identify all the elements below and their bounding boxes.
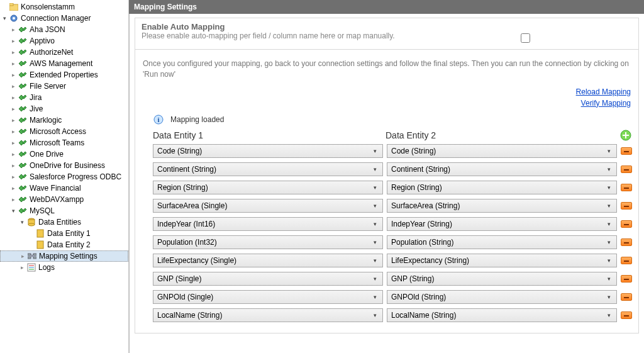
remove-mapping-button[interactable] xyxy=(621,165,632,173)
connector-icon xyxy=(18,25,28,35)
tree-connection-item[interactable]: ▸Microsoft Access xyxy=(0,126,128,137)
entity2-field-select[interactable]: Continent (String)▾ xyxy=(387,162,617,176)
entity2-field-select[interactable]: Code (String)▾ xyxy=(387,144,617,158)
tree-mapping-settings[interactable]: ▸ Mapping Settings xyxy=(0,250,128,262)
chevron-down-icon: ▾ xyxy=(604,239,614,245)
remove-mapping-button[interactable] xyxy=(621,293,632,301)
entity1-header: Data Entity 1 xyxy=(153,130,386,140)
chevron-right-icon[interactable]: ▸ xyxy=(9,49,18,55)
chevron-down-icon[interactable]: ▾ xyxy=(9,208,18,214)
field-label: GNPOld (String) xyxy=(391,293,604,301)
chevron-right-icon[interactable]: ▸ xyxy=(9,151,18,157)
tree-connection-item[interactable]: ▸OneDrive for Business xyxy=(0,160,128,171)
sidebar-tree: Konsolenstamm ▾ Connection Manager ▸Aha … xyxy=(0,0,129,353)
chevron-right-icon[interactable]: ▸ xyxy=(9,162,18,169)
tree-connection-item[interactable]: ▸Apptivo xyxy=(0,35,128,47)
remove-mapping-button[interactable] xyxy=(621,147,632,155)
chevron-right-icon[interactable]: ▸ xyxy=(9,60,18,67)
chevron-down-icon: ▾ xyxy=(370,294,380,300)
tree-mysql-label: MySQL xyxy=(30,206,55,215)
tree-mysql[interactable]: ▾ MySQL xyxy=(0,205,128,216)
tree-connection-item[interactable]: ▸Salesforce Progress ODBC xyxy=(0,171,128,182)
tree-entity-1[interactable]: Data Entity 1 xyxy=(0,228,128,239)
entity2-field-select[interactable]: GNP (String)▾ xyxy=(387,272,617,286)
chevron-right-icon[interactable]: ▸ xyxy=(9,83,18,89)
svg-rect-7 xyxy=(37,230,43,237)
tree-connection-item[interactable]: ▸Microsoft Teams xyxy=(0,137,128,148)
chevron-right-icon[interactable]: ▸ xyxy=(9,117,18,123)
entity1-field-select[interactable]: SurfaceArea (Single)▾ xyxy=(153,199,383,213)
tree-connection-item[interactable]: ▸One Drive xyxy=(0,148,128,160)
entity2-field-select[interactable]: IndepYear (String)▾ xyxy=(387,217,617,231)
chevron-right-icon[interactable]: ▸ xyxy=(9,196,18,203)
tree-connection-item[interactable]: ▸Aha JSON xyxy=(0,24,128,35)
entity1-field-select[interactable]: Region (String)▾ xyxy=(153,181,383,194)
tree-connection-item[interactable]: ▸Extended Properties xyxy=(0,69,128,81)
tree-item-label: Microsoft Access xyxy=(30,127,86,136)
entity1-field-select[interactable]: GNP (Single)▾ xyxy=(153,272,383,286)
remove-mapping-button[interactable] xyxy=(621,202,632,210)
reload-mapping-link[interactable]: Reload Mapping xyxy=(143,87,631,96)
chevron-down-icon: ▾ xyxy=(604,166,614,172)
chevron-down-icon[interactable]: ▾ xyxy=(18,219,26,225)
tree-data-entities[interactable]: ▾ Data Entities xyxy=(0,216,128,228)
chevron-right-icon[interactable]: ▸ xyxy=(9,106,18,112)
entity2-field-select[interactable]: Population (String)▾ xyxy=(387,235,617,249)
chevron-down-icon: ▾ xyxy=(604,257,614,264)
entity2-field-select[interactable]: SurfaceArea (String)▾ xyxy=(387,199,617,213)
remove-mapping-button[interactable] xyxy=(621,257,632,264)
remove-mapping-button[interactable] xyxy=(621,184,632,191)
entity1-field-select[interactable]: Population (Int32)▾ xyxy=(153,235,383,249)
chevron-right-icon[interactable]: ▸ xyxy=(9,94,18,101)
remove-mapping-button[interactable] xyxy=(621,220,632,228)
field-label: LocalName (String) xyxy=(391,311,604,320)
chevron-right-icon[interactable]: ▸ xyxy=(9,185,18,191)
chevron-right-icon[interactable]: ▸ xyxy=(9,26,18,33)
chevron-down-icon[interactable]: ▾ xyxy=(0,15,9,21)
tree-item-label: OneDrive for Business xyxy=(30,161,105,170)
field-label: Population (String) xyxy=(391,238,604,247)
logs-icon xyxy=(26,262,36,272)
tree-connection-item[interactable]: ▸Marklogic xyxy=(0,115,128,126)
chevron-right-icon[interactable]: ▸ xyxy=(9,128,18,135)
tree-connection-item[interactable]: ▸File Server xyxy=(0,81,128,92)
chevron-right-icon[interactable]: ▸ xyxy=(18,253,27,259)
add-mapping-button[interactable] xyxy=(619,129,632,142)
entity1-field-select[interactable]: Continent (String)▾ xyxy=(153,162,383,176)
tree-connection-item[interactable]: ▸Wave Financial xyxy=(0,182,128,194)
remove-mapping-button[interactable] xyxy=(621,311,632,319)
verify-mapping-link[interactable]: Verify Mapping xyxy=(143,99,631,108)
entity1-field-select[interactable]: IndepYear (Int16)▾ xyxy=(153,217,383,231)
remove-mapping-button[interactable] xyxy=(621,238,632,246)
chevron-down-icon: ▾ xyxy=(370,221,380,227)
tree-connection-item[interactable]: ▸AuthorizeNet xyxy=(0,47,128,58)
chevron-right-icon[interactable]: ▸ xyxy=(9,140,18,146)
mapping-row: GNP (Single)▾GNP (String)▾ xyxy=(153,272,632,286)
tree-logs[interactable]: ▸ Logs xyxy=(0,262,128,273)
tree-connection-item[interactable]: ▸WebDAVXampp xyxy=(0,194,128,205)
tree-item-label: AuthorizeNet xyxy=(30,48,73,57)
connector-icon xyxy=(18,104,28,114)
entity2-field-select[interactable]: LocalName (String)▾ xyxy=(387,308,617,322)
chevron-right-icon[interactable]: ▸ xyxy=(18,264,26,271)
tree-de-label: Data Entities xyxy=(38,218,81,227)
tree-connection-item[interactable]: ▸Jive xyxy=(0,103,128,115)
chevron-right-icon[interactable]: ▸ xyxy=(9,38,18,44)
entity1-field-select[interactable]: LifeExpectancy (Single)▾ xyxy=(153,254,383,267)
chevron-right-icon[interactable]: ▸ xyxy=(9,174,18,180)
chevron-right-icon[interactable]: ▸ xyxy=(9,72,18,78)
entity2-field-select[interactable]: LifeExpectancy (String)▾ xyxy=(387,254,617,267)
entity1-field-select[interactable]: LocalName (String)▾ xyxy=(153,308,383,322)
entity2-field-select[interactable]: GNPOld (String)▾ xyxy=(387,290,617,304)
tree-connection-manager[interactable]: ▾ Connection Manager xyxy=(0,13,128,24)
entity1-field-select[interactable]: Code (String)▾ xyxy=(153,144,383,158)
tree-root[interactable]: Konsolenstamm xyxy=(0,1,128,13)
tree-entity-2[interactable]: Data Entity 2 xyxy=(0,239,128,250)
entity2-field-select[interactable]: Region (String)▾ xyxy=(387,181,617,194)
tree-connection-item[interactable]: ▸Jira xyxy=(0,92,128,103)
remove-mapping-button[interactable] xyxy=(621,275,632,283)
tree-connection-item[interactable]: ▸AWS Management xyxy=(0,58,128,69)
enable-auto-mapping-checkbox[interactable] xyxy=(521,33,530,43)
field-label: GNPOld (Single) xyxy=(157,293,370,301)
entity1-field-select[interactable]: GNPOld (Single)▾ xyxy=(153,290,383,304)
